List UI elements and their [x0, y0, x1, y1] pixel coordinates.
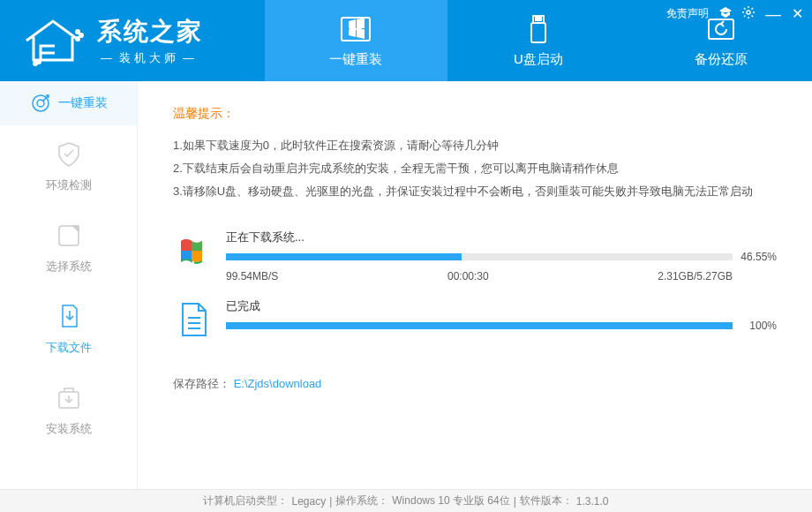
download-elapsed: 00:00:30 — [447, 270, 489, 282]
complete-progress-bar — [226, 322, 733, 329]
header: 系统之家 装机大师 一键重装 U盘启动 备份还原 免责声明 — [0, 0, 812, 81]
main-content: 温馨提示： 1.如果下载速度为0，此时软件正在搜索资源，请耐心等待几分钟 2.下… — [138, 81, 812, 489]
sidebar-item-install: 安装系统 — [0, 369, 137, 450]
svg-point-0 — [77, 31, 79, 34]
svg-rect-8 — [536, 18, 538, 20]
download-percent: 46.55% — [740, 251, 777, 263]
tip-line: 1.如果下载速度为0，此时软件正在搜索资源，请耐心等待几分钟 — [173, 134, 777, 157]
shield-icon — [53, 139, 85, 170]
sidebar-item-select: 选择系统 — [0, 207, 137, 288]
minimize-button[interactable]: — — [765, 11, 781, 18]
tips-list: 1.如果下载速度为0，此时软件正在搜索资源，请耐心等待几分钟 2.下载结束后会自… — [173, 134, 777, 203]
nav-label: 备份还原 — [695, 51, 748, 68]
target-icon — [30, 93, 51, 114]
gear-icon[interactable] — [742, 6, 755, 21]
graduation-icon[interactable] — [719, 7, 732, 20]
tip-line: 3.请移除U盘、移动硬盘、光驱里的光盘，并保证安装过程中不会断电，否则重装可能失… — [173, 180, 777, 203]
install-icon — [53, 382, 85, 414]
svg-rect-7 — [531, 23, 545, 42]
version-value: 1.3.1.0 — [576, 495, 609, 508]
disclaimer-link[interactable]: 免责声明 — [666, 6, 709, 21]
sidebar-item-env: 环境检测 — [0, 125, 137, 207]
svg-point-11 — [747, 11, 750, 14]
sidebar-label: 选择系统 — [46, 259, 92, 275]
tip-line: 2.下载结束后会自动重启并完成系统的安装，全程无需干预，您可以离开电脑请稍作休息 — [173, 157, 777, 180]
windows-flag-icon — [173, 230, 215, 272]
house-logo-icon — [18, 14, 88, 67]
svg-point-1 — [80, 34, 83, 37]
logo-area: 系统之家 装机大师 — [0, 0, 265, 81]
sidebar-label: 下载文件 — [46, 340, 92, 356]
save-path-row: 保存路径： E:\Zjds\download — [173, 376, 777, 392]
svg-rect-9 — [539, 18, 541, 20]
sidebar-item-download: 下载文件 — [0, 288, 137, 369]
windows-icon — [338, 14, 373, 46]
nav-label: U盘启动 — [514, 51, 563, 68]
app-title: 系统之家 — [97, 15, 203, 49]
sidebar-label: 安装系统 — [46, 421, 92, 437]
usb-icon — [521, 14, 556, 46]
svg-point-4 — [34, 63, 37, 65]
tips-title: 温馨提示： — [173, 106, 777, 122]
os-value: Windows 10 专业版 64位 — [392, 493, 509, 508]
complete-percent: 100% — [740, 320, 777, 332]
download-icon — [53, 301, 85, 333]
window-controls: 免责声明 — ✕ — [666, 5, 803, 22]
sidebar: 一键重装 环境检测 选择系统 下载文件 安装系统 — [0, 81, 138, 489]
download-status: 正在下载系统... — [226, 230, 777, 245]
sidebar-label: 一键重装 — [58, 95, 108, 111]
svg-point-3 — [38, 61, 41, 64]
app-subtitle: 装机大师 — [97, 50, 203, 66]
nav-usb[interactable]: U盘启动 — [447, 0, 630, 81]
complete-label: 已完成 — [226, 298, 777, 314]
download-progress-bar — [226, 253, 733, 260]
download-size: 2.31GB/5.27GB — [658, 270, 733, 282]
save-path-value[interactable]: E:\Zjds\download — [234, 377, 322, 390]
download-progress-row: 正在下载系统... 46.55% 99.54MB/S 00:00:30 2.31… — [173, 230, 777, 282]
close-button[interactable]: ✕ — [792, 5, 803, 22]
sidebar-item-reinstall[interactable]: 一键重装 — [0, 81, 137, 125]
os-label: 操作系统： — [335, 493, 388, 508]
select-icon — [53, 220, 85, 252]
nav-label: 一键重装 — [329, 51, 382, 68]
download-speed: 99.54MB/S — [226, 270, 278, 282]
svg-point-2 — [77, 38, 79, 41]
boot-type-value: Legacy — [291, 495, 326, 508]
document-icon — [173, 298, 215, 341]
boot-type-label: 计算机启动类型： — [203, 493, 288, 508]
version-label: 软件版本： — [520, 493, 573, 508]
complete-progress-row: 已完成 100% — [173, 298, 777, 341]
status-bar: 计算机启动类型： Legacy | 操作系统： Windows 10 专业版 6… — [0, 489, 812, 512]
save-path-label: 保存路径： — [173, 377, 230, 390]
sidebar-label: 环境检测 — [46, 177, 92, 193]
nav-reinstall[interactable]: 一键重装 — [265, 0, 447, 81]
